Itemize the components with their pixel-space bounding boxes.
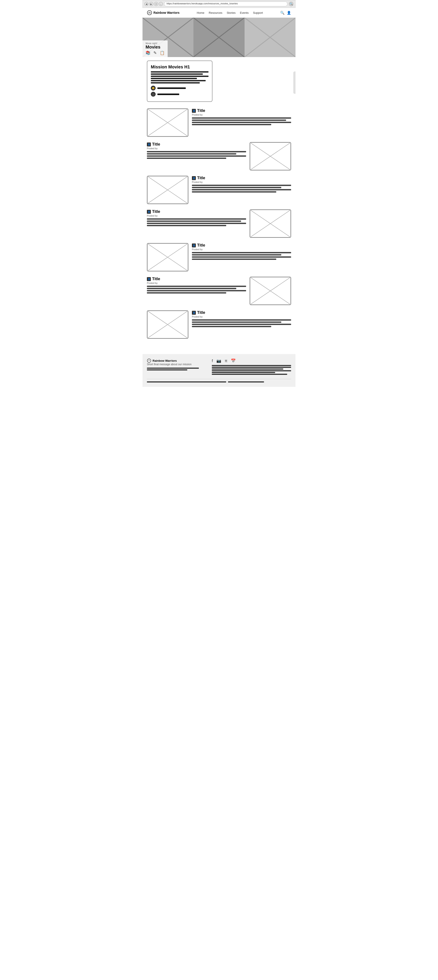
footer-social-line (212, 374, 287, 375)
nav-support[interactable]: Support (253, 11, 263, 14)
footer-social-line (212, 369, 283, 369)
icon-link-row-2: 🎥 (151, 92, 209, 97)
avatar-icon-4: 👤 (147, 210, 151, 214)
desc-line (151, 78, 197, 79)
desc-line (147, 151, 246, 152)
nav-events[interactable]: Events (240, 11, 249, 14)
desc-line (147, 225, 226, 226)
footer-left: Rainbow Warriors Short final message abo… (147, 358, 205, 373)
desc-line (151, 80, 205, 81)
facebook-icon[interactable]: f (212, 359, 213, 363)
close-button[interactable]: ✕ (154, 2, 158, 6)
hero-overlay: Movie night! Movies 📚 ✎ 📋 (142, 40, 168, 57)
desc-line (147, 223, 246, 224)
desc-line (147, 290, 246, 291)
desc-line (192, 324, 291, 325)
footer-social-desc (212, 365, 291, 375)
pinterest-icon[interactable]: π (225, 359, 227, 363)
footer-bottom-line (147, 381, 226, 382)
hero-icon-edit[interactable]: ✎ (153, 51, 157, 55)
user-button[interactable]: 👤 (287, 11, 291, 15)
navbar: Rainbow Warriors Home Resources Stories … (142, 8, 296, 18)
hero-icon-list[interactable]: 📋 (160, 51, 164, 55)
nav-stories[interactable]: Stories (227, 11, 236, 14)
resource-info-5: 👤 Title Posted by (192, 243, 291, 262)
resource-image-6 (250, 277, 291, 305)
hero-image-3 (245, 18, 296, 57)
home-button[interactable]: ⌂ (159, 2, 163, 6)
posted-by-3: Posted by (192, 181, 291, 183)
footer-mission: Short final message about our mission (147, 363, 205, 366)
avatar-icon-1: 👤 (192, 109, 196, 113)
resource-header-4: 👤 Title (147, 209, 246, 214)
desc-line (147, 218, 246, 220)
main-content: Mission Movies H1 😀 🎥 Most popular Item (142, 57, 296, 347)
avatar-icon-7: 👤 (192, 311, 196, 315)
info-section: Mission Movies H1 😀 🎥 Most popular Item (147, 60, 291, 102)
desc-line (151, 82, 200, 83)
resource-header-3: 👤 Title (192, 176, 291, 180)
resource-header-1: 👤 Title (192, 108, 291, 113)
resource-header-6: 👤 Title (147, 277, 246, 281)
footer-logo-icon (147, 358, 151, 363)
link-bar-2 (158, 94, 179, 95)
svg-point-0 (147, 11, 152, 15)
resource-list: 👤 Title Posted by 👤 Title Posted (147, 108, 291, 339)
resource-info-4: 👤 Title Posted by (147, 209, 246, 228)
desc-line (147, 292, 226, 294)
posted-by-2: Posted by (147, 147, 246, 150)
footer-social: f 📷 π 📅 (212, 358, 291, 363)
resource-title-2: Title (152, 142, 160, 146)
resource-title-6: Title (152, 277, 160, 281)
smiley-icon: 😀 (151, 86, 156, 91)
footer-bottom-line-2 (228, 381, 264, 382)
resource-title-3: Title (197, 176, 205, 180)
hero-icon-books[interactable]: 📚 (146, 51, 150, 55)
footer: Rainbow Warriors Short final message abo… (142, 354, 296, 387)
resource-title-7: Title (197, 310, 205, 315)
browser-chrome: ◀ ▶ ✕ ⌂ https://rainbowwarriors.herokuap… (142, 0, 296, 8)
info-card: Mission Movies H1 😀 🎥 (147, 60, 212, 102)
posted-by-4: Posted by (147, 215, 246, 217)
resource-info-2: 👤 Title Posted by (147, 142, 246, 161)
desc-line (151, 71, 209, 73)
search-button[interactable]: 🔍 (280, 11, 285, 15)
info-card-title: Mission Movies H1 (151, 64, 209, 70)
back-button[interactable]: ◀ (145, 2, 148, 6)
browser-search-button[interactable]: 🔍 (289, 2, 293, 6)
forward-button[interactable]: ▶ (149, 2, 153, 6)
desc-line (147, 288, 236, 289)
footer-social-line (212, 365, 291, 366)
hero-section: Movie night! Movies 📚 ✎ 📋 (142, 18, 296, 57)
most-popular-card: Most popular Item One | 51 Watchers Item… (293, 72, 296, 94)
resource-image-3 (147, 176, 188, 204)
desc-line (192, 252, 291, 253)
desc-line (192, 122, 291, 123)
posted-by-5: Posted by (192, 248, 291, 251)
footer-line (147, 368, 199, 369)
desc-line (192, 256, 291, 258)
icon-link-row-1: 😀 (151, 86, 209, 91)
footer-social-line (212, 370, 291, 371)
calendar-icon[interactable]: 📅 (231, 358, 236, 363)
desc-line (192, 319, 291, 321)
movie-icon: 🎥 (151, 92, 156, 97)
resource-row-7: 👤 Title Posted by (147, 310, 291, 339)
brand: Rainbow Warriors (147, 10, 180, 15)
resource-row-2: 👤 Title Posted by (147, 142, 291, 170)
instagram-icon[interactable]: 📷 (217, 358, 221, 363)
posted-by-7: Posted by (192, 315, 291, 318)
resource-image-1 (147, 108, 188, 137)
avatar-icon-6: 👤 (147, 277, 151, 281)
footer-desc-lines (147, 368, 205, 371)
nav-home[interactable]: Home (197, 11, 204, 14)
resource-row-3: 👤 Title Posted by (147, 176, 291, 204)
resource-row-4: 👤 Title Posted by (147, 209, 291, 238)
url-bar[interactable]: https://rainbowwarriors.herokuapp.com/re… (164, 2, 287, 6)
desc-line (192, 117, 291, 119)
desc-line (192, 124, 271, 125)
resource-title-4: Title (152, 209, 160, 214)
brand-name: Rainbow Warriors (153, 11, 180, 14)
resource-desc-1 (192, 117, 291, 125)
nav-resources[interactable]: Resources (209, 11, 222, 14)
